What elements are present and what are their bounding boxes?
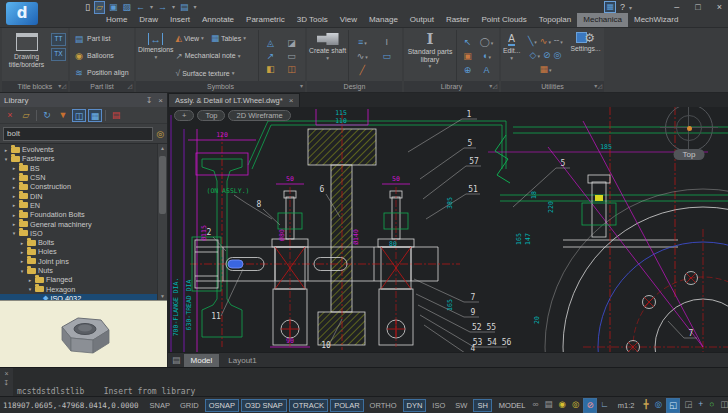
tab-point-clouds[interactable]: Point Clouds [475, 13, 532, 27]
tree-arrow-icon[interactable]: ▸ [11, 175, 17, 181]
qat-overflow-button[interactable]: ▾ [192, 2, 197, 13]
viewports-icon[interactable]: ◫ [718, 398, 728, 413]
tree-item-iso[interactable]: ▾ISO [0, 229, 167, 238]
drawing-title-borders-button[interactable]: Drawing title/borders [4, 30, 49, 81]
search-icon[interactable]: ◎ [156, 129, 164, 139]
tree-arrow-icon[interactable]: ▸ [11, 221, 17, 227]
text-tx-button[interactable]: TX [51, 48, 66, 61]
standard-text-icon[interactable]: A [479, 64, 494, 76]
viewport-visualstyle-control[interactable]: 2D Wireframe [228, 110, 290, 121]
part-list-button[interactable]: ▤Part list [72, 32, 129, 45]
tab-mechanica[interactable]: Mechanica [577, 13, 628, 27]
toolbar-panel-icon[interactable]: ▦ [604, 1, 616, 13]
model-tab-layout1[interactable]: Layout1 [221, 354, 263, 367]
tab-parametric[interactable]: Parametric [240, 13, 291, 27]
mechanical-note-button-dropdown[interactable]: ▾ [238, 53, 241, 59]
filter-button[interactable]: ▼ [56, 109, 70, 122]
leader-symbol-icon[interactable]: ↗ [262, 50, 279, 62]
settings-button[interactable]: ⚙ Settings... [570, 30, 600, 81]
shaft-end-icon-dropdown[interactable]: ▾ [488, 54, 491, 60]
annotation-visibility-icon[interactable]: ◉ [557, 398, 568, 413]
surface-texture-button[interactable]: √Surface texture▾ [176, 68, 235, 78]
viewport-plus-control[interactable]: + [174, 110, 194, 121]
cad-drawing[interactable]: 1151101205050(ON ASSLY.)Ø115Ø80Ø14090807… [168, 107, 728, 352]
toggle-snap[interactable]: SNAP [145, 399, 173, 412]
pin-icon[interactable]: I [377, 36, 397, 49]
move-icon[interactable]: + [696, 398, 705, 413]
tree-item-nuts[interactable]: ▾Nuts [0, 266, 167, 275]
pin-icon[interactable]: ↧ [146, 96, 153, 105]
command-line-history[interactable]: mcstdstdlstlib Insert from librarySpecif… [13, 368, 728, 396]
link-icon[interactable]: ∞ [530, 398, 540, 413]
weld-symbol-icon[interactable]: ◪ [283, 37, 300, 49]
tab-home[interactable]: Home [100, 13, 133, 27]
tree-item-en[interactable]: ▸EN [0, 201, 167, 210]
maximize-button[interactable]: □ [695, 2, 700, 12]
compass-label[interactable]: Top [674, 149, 705, 160]
view-button-dropdown[interactable]: ▾ [201, 35, 204, 41]
screw-calculation-icon[interactable]: ⊕ [460, 64, 475, 76]
close-document-icon[interactable]: × [289, 95, 294, 107]
hidden-lines-icon-dropdown[interactable]: ▾ [560, 39, 563, 45]
balloons-button[interactable]: ◉Balloons [72, 49, 129, 62]
tab-view[interactable]: View [334, 13, 363, 27]
plot-button[interactable]: ▤ [179, 2, 190, 13]
pan-icon[interactable]: ╋ [642, 398, 651, 413]
zoom-previous-icon[interactable]: ◲ [682, 398, 694, 413]
help-button[interactable]: ? [620, 2, 625, 12]
tree-item-joint-pins[interactable]: ▸Joint pins [0, 257, 167, 266]
tab-draw[interactable]: Draw [133, 13, 164, 27]
view-compass[interactable]: Top [660, 107, 718, 157]
centerline-icon[interactable]: ◫ [283, 63, 300, 75]
tree-arrow-icon[interactable]: ▸ [11, 184, 17, 190]
symbol-diamond-icon[interactable]: ◇▾ [529, 49, 539, 62]
tab-annotate[interactable]: Annotate [196, 13, 240, 27]
tree-arrow-icon[interactable]: ▸ [11, 212, 17, 218]
spring-icon-dropdown[interactable]: ▾ [365, 54, 368, 60]
tree-arrow-icon[interactable]: ▾ [27, 286, 33, 292]
group-footer-symbols[interactable]: Symbols▾ [136, 81, 305, 92]
toggle-sh[interactable]: SH [473, 399, 491, 412]
screw-connection-icon[interactable]: ≡▾ [352, 36, 372, 49]
group-footer-design[interactable]: Design [307, 81, 402, 92]
dimensions-button[interactable]: ↔ Dimensions ▾ [138, 30, 174, 81]
spline-icon[interactable]: ∿▾ [540, 35, 551, 48]
hide-detail-icon[interactable]: ⊘ [543, 49, 551, 62]
hidden-lines-icon[interactable]: ╌▾ [554, 35, 563, 48]
close-button[interactable]: × [717, 2, 722, 12]
favorite-part-icon[interactable]: ▣ [460, 50, 475, 63]
model-space-label[interactable]: MODEL [499, 401, 526, 410]
tree-item-csn[interactable]: ▸CSN [0, 173, 167, 182]
tree-item-hexagon[interactable]: ▾Hexagon [0, 284, 167, 293]
position-align-button[interactable]: ≋Position align [72, 66, 129, 79]
minimize-button[interactable]: – [674, 2, 679, 12]
tree-arrow-icon[interactable]: ▸ [3, 147, 9, 153]
zoom-window-icon[interactable]: ◱ [666, 398, 680, 413]
scroll-down-icon[interactable]: ▼ [158, 293, 167, 299]
surface-texture-button-dropdown[interactable]: ▾ [232, 70, 235, 76]
tables-button[interactable]: ▦Tables▾ [211, 33, 246, 43]
tree-item-bs[interactable]: ▸BS [0, 164, 167, 173]
scroll-up-icon[interactable]: ▲ [158, 145, 167, 151]
autoscale-icon[interactable]: ◎ [570, 398, 581, 413]
undo-button[interactable]: ← [135, 2, 146, 13]
pin-cli-icon[interactable]: ↧ [4, 379, 10, 387]
tree-arrow-icon[interactable]: ▸ [27, 277, 33, 283]
tab-output[interactable]: Output [404, 13, 440, 27]
tab-insert[interactable]: Insert [164, 13, 196, 27]
hole-icon-dropdown[interactable]: ▾ [491, 40, 494, 46]
toggle-grid[interactable]: GRID [176, 399, 203, 412]
redo-dropdown[interactable]: ▾ [171, 2, 176, 13]
tree-item-evolvents[interactable]: ▸Evolvents [0, 145, 167, 154]
tables-button-dropdown[interactable]: ▾ [243, 35, 246, 41]
text-tt-button[interactable]: TT [51, 33, 66, 46]
frame-icon[interactable]: ▭ [377, 50, 397, 63]
thumbnails-toggle[interactable]: ◫ [72, 109, 86, 122]
save-as-button[interactable]: ▨ [121, 2, 132, 13]
tree-arrow-icon[interactable]: ▾ [3, 156, 9, 162]
save-button[interactable]: ▣ [108, 2, 119, 13]
model-tab-model[interactable]: Model [184, 354, 220, 367]
annotation-lock-icon[interactable]: ⊘ [583, 398, 596, 413]
tree-arrow-icon[interactable]: ▸ [11, 165, 17, 171]
group-footer-library[interactable]: Library▾◿ [404, 81, 499, 92]
